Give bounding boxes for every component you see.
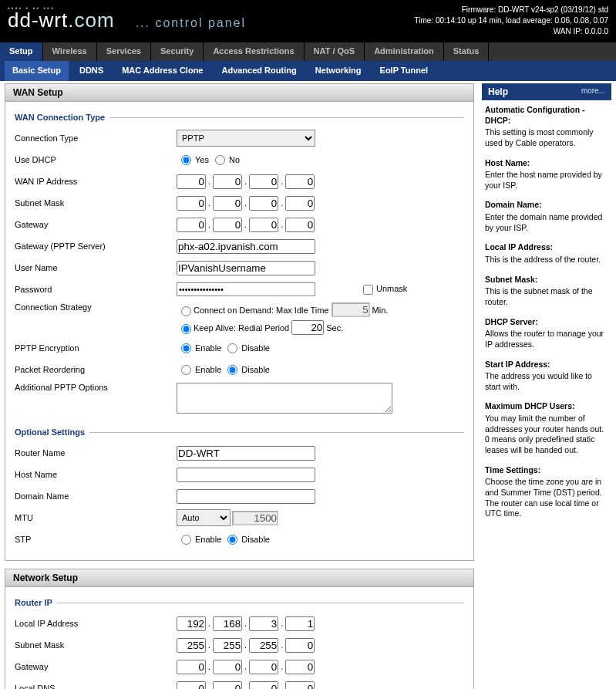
local-dns-label: Local DNS [15,684,177,689]
packet-reordering-label: Packet Reordering [15,365,177,374]
gw-3[interactable] [285,218,315,232]
mtu-mode-select[interactable]: Auto [177,509,231,526]
max-idle-input[interactable] [332,302,370,317]
connect-on-demand-radio[interactable] [181,306,191,316]
use-dhcp-yes[interactable] [181,155,191,165]
help-item: Local IP Address:This is the address of … [485,242,608,265]
firmware-text: Firmware: DD-WRT v24-sp2 (03/19/12) std [415,5,608,15]
use-dhcp-no[interactable] [215,155,225,165]
wanip-text: WAN IP: 0.0.0.0 [415,26,608,37]
lip-1[interactable] [213,616,242,631]
wan-ip-2[interactable] [249,174,278,189]
ngw-0[interactable] [177,660,206,674]
sm-0[interactable] [177,638,206,653]
tab-services[interactable]: Services [97,42,151,61]
subtab-networking[interactable]: Networking [308,61,369,81]
header: ▪▪▪▪ ▪ ▪▪ ▪▪▪ dd-wrt.com ... control pan… [0,0,616,42]
subtab-basic-setup[interactable]: Basic Setup [5,61,69,81]
help-item: DHCP Server:Allows the router to manage … [485,317,608,350]
subnet-3[interactable] [285,196,315,211]
domain-name-input[interactable] [177,489,315,504]
sm-3[interactable] [285,638,315,653]
unmask-checkbox[interactable] [363,285,373,295]
username-label: User Name [15,263,177,272]
tab-wireless[interactable]: Wireless [43,42,97,61]
ngw-1[interactable] [213,660,242,674]
stp-label: STP [15,535,177,544]
mtu-value-input[interactable] [232,511,278,525]
logo: ▪▪▪▪ ▪ ▪▪ ▪▪▪ dd-wrt.com ... control pan… [8,5,246,32]
lip-0[interactable] [177,616,206,631]
network-setup-heading: Network Setup [5,569,473,587]
help-item: Host Name:Enter the host name provided b… [485,158,608,191]
help-item: Domain Name:Enter the domain name provid… [485,200,608,233]
conn-strategy-label: Connection Strategy [15,302,177,312]
subtab-ddns[interactable]: DDNS [72,61,111,81]
encryption-enable[interactable] [181,343,191,353]
stp-disable[interactable] [227,535,237,545]
password-input[interactable] [177,282,315,296]
dns-1[interactable] [213,681,242,690]
pptp-server-input[interactable] [177,239,315,254]
tab-status[interactable]: Status [444,42,490,61]
gw-0[interactable] [177,218,206,232]
net-subnet-label: Subnet Mask [15,640,177,650]
tab-access-restrictions[interactable]: Access Restrictions [204,42,304,61]
reorder-disable[interactable] [227,365,237,375]
connection-type-select[interactable]: PPTP [177,130,315,147]
local-ip-label: Local IP Address [15,619,177,628]
subnet-0[interactable] [177,196,206,211]
addl-pptp-label: Additional PPTP Options [15,383,177,392]
tab-security[interactable]: Security [151,42,204,61]
wan-conn-type-legend: WAN Connection Type [15,113,464,122]
connection-type-label: Connection Type [15,133,177,143]
subtab-mac-clone[interactable]: MAC Address Clone [114,61,210,81]
ngw-3[interactable] [285,660,315,674]
keep-alive-radio[interactable] [181,324,191,334]
wan-setup-heading: WAN Setup [5,84,473,102]
stp-enable[interactable] [181,535,191,545]
sm-2[interactable] [249,638,278,653]
subtab-advanced-routing[interactable]: Advanced Routing [214,61,304,81]
router-name-input[interactable] [177,446,315,461]
help-item: Time Settings:Choose the time zone you a… [485,465,608,519]
optional-settings-legend: Optional Settings [15,427,464,437]
help-item: Automatic Configuration - DHCP:This sett… [485,105,608,149]
subnet-2[interactable] [249,196,278,211]
tab-setup[interactable]: Setup [0,42,43,61]
mtu-label: MTU [15,513,177,522]
wan-ip-3[interactable] [285,174,315,189]
gw-1[interactable] [213,218,242,232]
sm-1[interactable] [213,638,242,653]
network-setup-panel: Network Setup Router IP Local IP Address… [5,569,474,689]
pptp-encryption-label: PPTP Encryption [15,343,177,353]
lip-3[interactable] [285,616,315,631]
dns-0[interactable] [177,681,206,690]
addl-pptp-textarea[interactable] [177,383,392,414]
help-body: Automatic Configuration - DHCP:This sett… [482,100,611,533]
gw-2[interactable] [249,218,278,232]
host-name-label: Host Name [15,470,177,479]
wan-ip-0[interactable] [177,174,206,189]
net-gateway-label: Gateway [15,662,177,671]
dns-2[interactable] [249,681,278,690]
tab-administration[interactable]: Administration [365,42,444,61]
encryption-disable[interactable] [227,343,237,353]
lip-2[interactable] [249,616,278,631]
ngw-2[interactable] [249,660,278,674]
subtab-eoip[interactable]: EoIP Tunnel [372,61,436,81]
subnet-label: Subnet Mask [15,198,177,208]
domain-name-label: Domain Name [15,491,177,501]
wan-ip-1[interactable] [213,174,242,189]
tab-nat-qos[interactable]: NAT / QoS [305,42,365,61]
username-input[interactable] [177,261,315,275]
help-more-link[interactable]: more... [581,86,605,97]
dns-3[interactable] [285,681,315,690]
pptp-server-label: Gateway (PPTP Server) [15,241,177,251]
subnet-1[interactable] [213,196,242,211]
wan-setup-panel: WAN Setup WAN Connection Type Connection… [5,83,474,561]
redial-period-input[interactable] [291,320,324,335]
host-name-input[interactable] [177,468,315,482]
reorder-enable[interactable] [181,365,191,375]
router-ip-legend: Router IP [15,598,464,607]
